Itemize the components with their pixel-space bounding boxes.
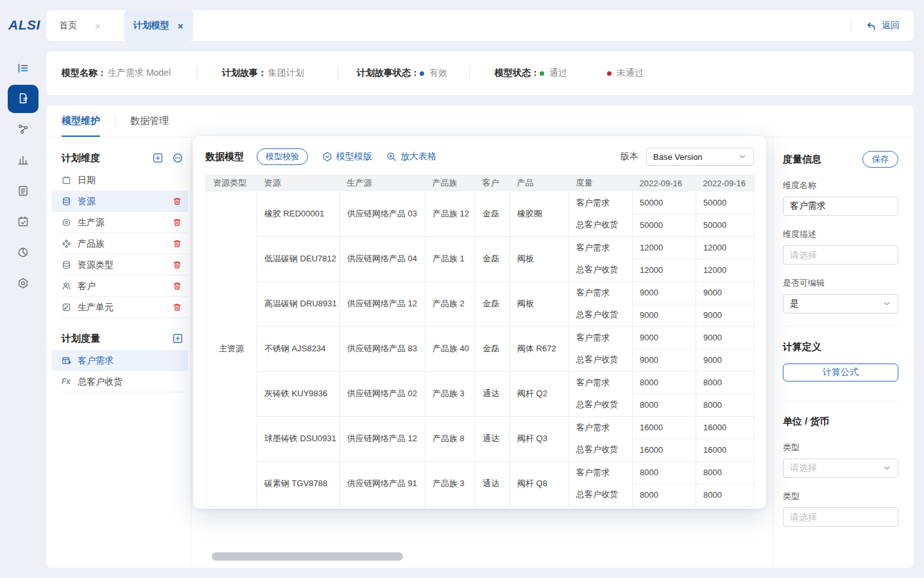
clipboard-icon[interactable] [17,184,30,197]
bar-chart-icon[interactable] [17,153,30,166]
value-cell: 8000 [696,461,755,484]
dimension-item-production-unit[interactable]: 生产单元 [51,297,188,318]
product-cell: 阀板 [510,236,569,281]
calendar-check-icon[interactable] [17,215,30,228]
delete-icon[interactable] [173,302,182,312]
add-dimension-button[interactable] [153,153,163,163]
divider [469,66,470,81]
value-cell: 9000 [696,349,755,371]
measure-item-total-customer-receipt[interactable]: Fx总客户收货 [51,371,188,392]
dimension-item-production-source[interactable]: 生产源 [51,212,188,233]
value-cell: 9000 [696,304,755,326]
divider [191,137,191,568]
dimension-name-input[interactable] [783,197,898,216]
unit-icon [62,302,71,312]
chevron-down-icon [738,152,747,161]
data-table-head-row: 资源类型资源生产源产品族客户产品度量2022-09-162022-09-16 [206,175,755,191]
tab-model-maintenance[interactable]: 模型维护 [62,105,100,137]
dimension-item-resource[interactable]: 资源 [51,191,188,212]
dimension-item-resource-type[interactable]: 资源类型 [51,254,188,276]
back-button[interactable]: 返回 [866,20,900,31]
type2-input[interactable] [783,507,898,527]
measure-label-cell: 总客户收货 [569,349,633,371]
value-cell: 12000 [696,259,755,281]
dimension-item-label: 资源类型 [78,259,173,271]
status-fail: 未通过 [607,67,644,79]
column-header: 产品 [510,175,569,191]
tab-home[interactable]: 首页 × [59,20,101,31]
gear-icon[interactable] [17,277,30,290]
measure-item-customer-demand[interactable]: 客户需求 [51,350,188,371]
calc-formula-button[interactable]: 计算公式 [783,363,898,381]
version-select[interactable]: Base Version [646,148,754,166]
dimension-item-label: 资源 [78,196,173,207]
close-icon[interactable]: × [95,21,101,31]
collapse-menu-icon[interactable] [17,62,30,74]
dimension-desc-input[interactable] [783,245,898,265]
save-button[interactable]: 保存 [862,151,898,168]
type-select[interactable]: 请选择 [783,459,898,478]
dimension-item-product-family[interactable]: 产品族 [51,233,188,254]
editable-label: 是否可编辑 [783,277,898,289]
measure-label-cell: 总客户收货 [569,439,633,461]
delete-icon[interactable] [173,197,182,206]
measure-label-cell: 总客户收货 [569,304,633,326]
tab-plan-model[interactable]: 计划模型 × [124,10,193,41]
dimension-item-date[interactable]: 日期 [51,170,188,191]
pie-chart-icon[interactable] [17,246,30,259]
dimension-item-label: 生产源 [78,217,173,229]
type-label: 类型 [783,442,898,453]
enlarge-table-button[interactable]: 放大表格 [386,151,436,162]
sidebar-item-plan-models[interactable] [8,85,38,113]
model-validate-button[interactable]: 模型校验 [257,148,308,165]
dialog-title: 数据模型 [205,151,244,163]
production-source-cell: 供应链网络产品 03 [340,191,425,236]
delete-icon[interactable] [173,281,182,291]
value-cell: 12000 [696,236,755,259]
delete-icon[interactable] [173,239,182,249]
measure-info-header: 度量信息 保存 [783,150,898,168]
resource-cell: 不锈钢 AJS8234 [257,326,340,371]
divider [783,401,898,401]
editable-select[interactable]: 是 [783,294,898,313]
status-dot-fail [607,71,612,76]
dimension-name-label: 维度名称 [783,180,898,191]
value-cell: 9000 [633,349,696,371]
value-cell: 50000 [696,214,755,236]
plan-dimension-panel: 计划维度 日期资源生产源产品族资源类型客户生产单元 计划度量 客户需求Fx总客户… [51,146,188,392]
customer-cell: 通达 [475,461,510,506]
chevron-down-icon [882,299,891,308]
delete-icon[interactable] [173,218,182,227]
customer-cell: 通达 [475,416,510,461]
product-cell: 阀体 R672 [510,326,569,371]
brand-logo: ALSI [8,17,40,33]
version-field: 版本 Base Version [620,148,754,166]
delete-icon[interactable] [173,260,182,270]
add-measure-button[interactable] [173,333,183,344]
table-row: 碳素钢 TGV8788供应链网络产品 91产品族 3通达阀杆 Q8客户需求800… [206,461,755,484]
value-cell: 16000 [633,439,696,461]
status-dot-pass [540,71,544,76]
dimension-section-header: 计划维度 [51,146,188,170]
table-row: 低温碳钢 DEU7812供应链网络产品 04产品族 1金磊阀板客户需求12000… [206,236,755,259]
horizontal-scrollbar-thumb[interactable] [212,552,403,561]
share-network-icon[interactable] [17,123,30,136]
resource-type-cell: 主资源 [206,191,257,506]
resource-cell: 低温碳钢 DEU7812 [257,236,340,281]
data-model-table: 资源类型资源生产源产品族客户产品度量2022-09-162022-09-16 主… [205,175,755,507]
customer-cell: 金磊 [475,191,510,236]
model-status-field: 模型状态： 通过 未通过 [495,51,644,95]
close-icon[interactable]: × [178,21,184,31]
value-cell: 8000 [633,394,696,416]
database-icon [62,260,71,270]
dimension-item-customer[interactable]: 客户 [51,276,188,297]
more-options-button[interactable] [173,153,183,163]
model-info-bar: 模型名称： 生产需求 Model 计划故事： 集团计划 计划故事状态： 有效 模… [46,51,914,95]
tab-data-management[interactable]: 数据管理 [130,105,169,137]
model-template-button[interactable]: 模型模版 [322,151,372,162]
family-icon [62,239,71,249]
dimension-item-label: 客户 [78,281,173,292]
resource-cell: 灰铸铁 KUY9836 [257,371,340,416]
hexagon-download-icon [322,152,332,162]
dimension-list: 日期资源生产源产品族资源类型客户生产单元 [51,170,188,318]
